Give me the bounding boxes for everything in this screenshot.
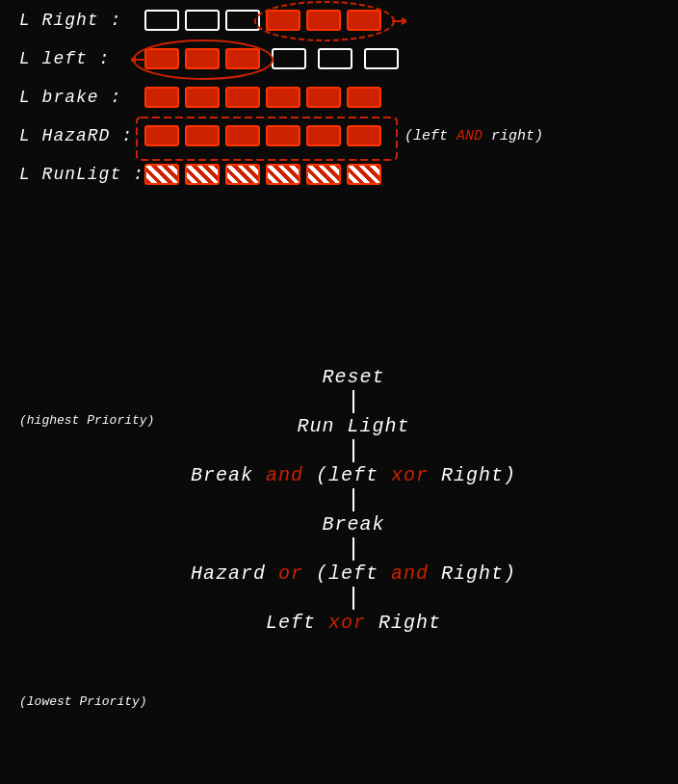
- right-label: L Right :: [19, 11, 144, 30]
- led: [185, 48, 220, 69]
- led: [347, 125, 381, 146]
- led: [347, 10, 381, 31]
- connector: [352, 587, 354, 610]
- led: [225, 164, 260, 185]
- hazard-or-text: Hazard or (left and Right): [191, 562, 516, 585]
- break-text: Break: [322, 513, 384, 536]
- hazard-or-node: Hazard or (left and Right): [191, 562, 516, 585]
- led: [306, 87, 341, 108]
- right-led-group: [144, 10, 381, 31]
- reset-text: Reset: [322, 366, 384, 388]
- svg-marker-2: [402, 17, 406, 25]
- led: [144, 125, 179, 146]
- led: [266, 10, 300, 31]
- runlight-led-group: [144, 164, 381, 185]
- break-xor-text: Break and (left xor Right): [191, 464, 516, 486]
- hazard-extra: (left AND right): [404, 128, 543, 144]
- right-row: L Right :: [19, 10, 655, 31]
- left-row: L left :: [19, 48, 655, 69]
- led: [144, 87, 179, 108]
- break-xor-node: Break and (left xor Right): [191, 464, 516, 486]
- runlight-text: Run Light: [297, 415, 409, 437]
- led: [144, 164, 179, 185]
- brake-label: L brake :: [19, 88, 144, 107]
- led: [144, 48, 179, 69]
- priority-low-label: (lowest Priority): [19, 693, 147, 711]
- led: [266, 87, 300, 108]
- brake-led-group: [144, 87, 381, 108]
- led: [144, 10, 179, 31]
- tree-section: (highest Priority) (lowest Priority) Res…: [0, 366, 678, 634]
- led: [266, 125, 300, 146]
- left-label: L left :: [19, 49, 144, 68]
- and-text: and: [266, 464, 303, 486]
- hazard-led-group: (left AND right): [144, 125, 543, 146]
- and2-text: and: [391, 562, 429, 585]
- connector: [352, 439, 354, 462]
- led: [185, 164, 220, 185]
- led: [185, 10, 220, 31]
- reset-node: Reset: [322, 366, 384, 388]
- led: [185, 87, 220, 108]
- led: [225, 48, 260, 69]
- led: [225, 125, 260, 146]
- led: [185, 125, 220, 146]
- break-node: Break: [322, 513, 384, 536]
- left-xor-right-node: Left xor Right: [266, 612, 441, 634]
- runlight-node: Run Light: [297, 415, 409, 437]
- led: [225, 10, 260, 31]
- diagram-section: L Right :: [19, 10, 655, 202]
- xor-text: xor: [391, 464, 429, 486]
- runlight-label: L RunLigt :: [19, 165, 144, 184]
- led: [306, 10, 341, 31]
- led: [266, 164, 300, 185]
- left-led-group: [144, 48, 399, 69]
- led: [306, 164, 341, 185]
- hazard-label: L HazaRD :: [19, 126, 144, 145]
- hazard-row: L HazaRD : (left AND right): [19, 125, 655, 146]
- led: [347, 164, 381, 185]
- led: [364, 48, 399, 69]
- connector: [352, 537, 354, 561]
- led: [306, 125, 341, 146]
- runlight-row: L RunLigt :: [19, 164, 655, 185]
- led: [318, 48, 352, 69]
- or-text: or: [278, 562, 303, 585]
- xor2-text: xor: [328, 612, 366, 634]
- led: [272, 48, 306, 69]
- connector: [352, 390, 354, 413]
- brake-row: L brake :: [19, 87, 655, 108]
- main-canvas: L Right :: [0, 0, 678, 784]
- led: [347, 87, 381, 108]
- led: [225, 87, 260, 108]
- left-xor-right-text: Left xor Right: [266, 612, 441, 634]
- priority-high-label: (highest Priority): [19, 412, 154, 430]
- connector: [352, 488, 354, 511]
